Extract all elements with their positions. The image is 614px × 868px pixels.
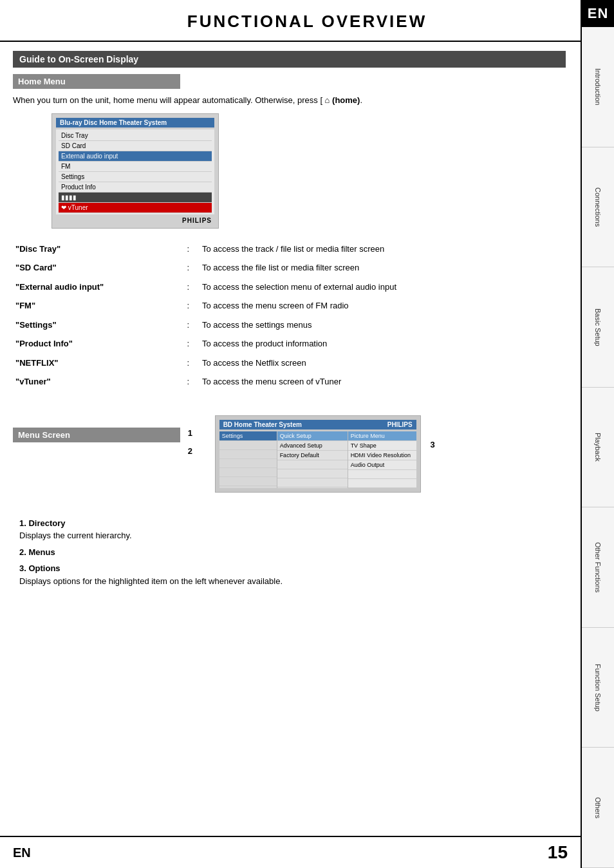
page-title-bar: FUNCTIONAL OVERVIEW (0, 0, 614, 42)
list-item-title-1: Directory (28, 518, 65, 528)
tab-other-functions[interactable]: Other Functions (582, 507, 614, 628)
colon-1: : (186, 259, 200, 277)
ms-left-empty-3 (219, 459, 277, 468)
ms-mid-factory: Factory Default (277, 451, 348, 460)
menu-screen-header: Menu Screen (13, 428, 180, 442)
list-item-title-3: Options (28, 563, 60, 573)
desc-fm: To access the menu screen of FM radio (201, 297, 564, 315)
list-item-2: 2. Menus (19, 546, 566, 559)
num-label-2: 2 (188, 446, 192, 456)
colon-2: : (186, 278, 200, 296)
desc-product-info: To access the product information (201, 335, 564, 353)
term-settings: "Settings" (14, 316, 185, 334)
term-product-info: "Product Info" (14, 335, 185, 353)
ms-title-bar: BD Home Theater System PHILIPS (219, 420, 416, 429)
ms-left-panel: Settings (219, 431, 277, 488)
desc-disc-tray: To access the track / file list or media… (201, 240, 564, 258)
colon-3: : (186, 297, 200, 315)
ms-left-empty-2 (219, 450, 277, 459)
table-row: "FM" : To access the menu screen of FM r… (14, 297, 564, 315)
table-row: "Disc Tray" : To access the track / file… (14, 240, 564, 258)
menu-image-items: Disc Tray SD Card External audio input F… (56, 129, 214, 214)
menu-screen-section: Menu Screen 1 2 3 BD Home Theater System… (13, 402, 566, 509)
colon-5: : (186, 335, 200, 353)
menu-item-sd-card: SD Card (59, 141, 212, 151)
ms-mid-empty-1 (277, 460, 348, 469)
page-title: FUNCTIONAL OVERVIEW (0, 12, 614, 32)
ms-mid-quick: Quick Setup (277, 431, 348, 441)
ms-right-audio: Audio Output (348, 460, 416, 470)
term-netflix: "NETFLIX" (14, 354, 185, 372)
menu-screen-wrapper: 1 2 3 BD Home Theater System PHILIPS Set… (202, 409, 421, 503)
tab-others[interactable]: Others (582, 748, 614, 868)
page-number: 15 (548, 842, 568, 863)
ms-mid-empty-2 (277, 469, 348, 478)
menu-item-fm: FM (59, 162, 212, 172)
menu-descriptions-table: "Disc Tray" : To access the track / file… (13, 239, 566, 392)
menu-screen-image: BD Home Theater System PHILIPS Settings … (215, 415, 421, 493)
ms-left-settings: Settings (219, 431, 277, 441)
tab-introduction[interactable]: Introduction (582, 27, 614, 147)
ms-right-picture: Picture Menu (348, 431, 416, 441)
ms-right-panel: Picture Menu TV Shape HDMI Video Resolut… (348, 431, 416, 488)
term-ext-audio: "External audio input" (14, 278, 185, 296)
home-menu-image: Blu-ray Disc Home Theater System Disc Tr… (51, 113, 219, 229)
menu-image-title: Blu-ray Disc Home Theater System (56, 118, 214, 127)
ms-left-empty-1 (219, 441, 277, 450)
menu-item-netflix: ▮▮▮▮ (59, 193, 212, 203)
table-row: "SD Card" : To access the file list or m… (14, 259, 564, 277)
menu-item-disc-tray: Disc Tray (59, 131, 212, 141)
ms-left-empty-5 (219, 477, 277, 486)
numbered-list: 1. Directory Displays the current hierar… (19, 517, 566, 588)
ms-right-hdmi: HDMI Video Resolution (348, 451, 416, 460)
right-sidebar: EN Introduction Connections Basic Setup … (581, 0, 614, 868)
ms-right-tv: TV Shape (348, 441, 416, 451)
desc-netflix: To access the Netflix screen (201, 354, 564, 372)
menu-image-brand: PHILIPS (56, 217, 214, 224)
home-menu-section: Home Menu When you turn on the unit, hom… (13, 74, 566, 229)
num-label-3: 3 (430, 440, 434, 449)
menu-item-product-info: Product Info (59, 182, 212, 193)
list-item-desc-1: Displays the current hierarchy. (19, 531, 132, 540)
main-content: Guide to On-Screen Display Home Menu Whe… (0, 42, 579, 605)
intro-text-after: . (360, 95, 362, 105)
desc-sd-card: To access the file list or media filter … (201, 259, 564, 277)
list-item-num-2: 2. (19, 547, 28, 557)
table-row: "vTuner" : To access the menu screen of … (14, 373, 564, 391)
ms-title-left: BD Home Theater System (223, 421, 302, 428)
table-row: "Settings" : To access the settings menu… (14, 316, 564, 334)
term-disc-tray: "Disc Tray" (14, 240, 185, 258)
table-row: "External audio input" : To access the s… (14, 278, 564, 296)
ms-right-empty-2 (348, 479, 416, 488)
term-vtuner: "vTuner" (14, 373, 185, 391)
table-row: "Product Info" : To access the product i… (14, 335, 564, 353)
guide-section-header: Guide to On-Screen Display (13, 51, 566, 68)
ms-left-empty-4 (219, 468, 277, 477)
desc-settings: To access the settings menus (201, 316, 564, 334)
tab-basic-setup[interactable]: Basic Setup (582, 267, 614, 388)
en-badge-top: EN (582, 0, 614, 27)
bottom-bar: EN 15 (0, 836, 581, 868)
ms-body: Settings Quick Setup Advanced Setup Fact… (219, 431, 416, 488)
ms-title-right: PHILIPS (387, 421, 413, 428)
term-sd-card: "SD Card" (14, 259, 185, 277)
en-text-bottom: EN (13, 845, 31, 860)
colon-6: : (186, 354, 200, 372)
colon-4: : (186, 316, 200, 334)
desc-vtuner: To access the menu screen of vTuner (201, 373, 564, 391)
home-menu-header: Home Menu (13, 74, 180, 89)
home-menu-intro: When you turn on the unit, home menu wil… (13, 94, 566, 107)
menu-item-vtuner: ❤ vTuner (59, 203, 212, 213)
list-item-title-2: Menus (28, 547, 55, 557)
tab-playback[interactable]: Playback (582, 388, 614, 508)
list-item-1: 1. Directory Displays the current hierar… (19, 517, 566, 542)
tab-function-setup[interactable]: Function Setup (582, 628, 614, 748)
home-icon: ⌂ (home) (322, 95, 360, 105)
tab-connections[interactable]: Connections (582, 147, 614, 268)
desc-ext-audio: To access the selection menu of external… (201, 278, 564, 296)
list-item-num-1: 1. (19, 518, 28, 528)
term-fm: "FM" (14, 297, 185, 315)
list-item-3: 3. Options Displays options for the high… (19, 562, 566, 587)
menu-item-settings: Settings (59, 172, 212, 182)
table-row: "NETFLIX" : To access the Netflix screen (14, 354, 564, 372)
